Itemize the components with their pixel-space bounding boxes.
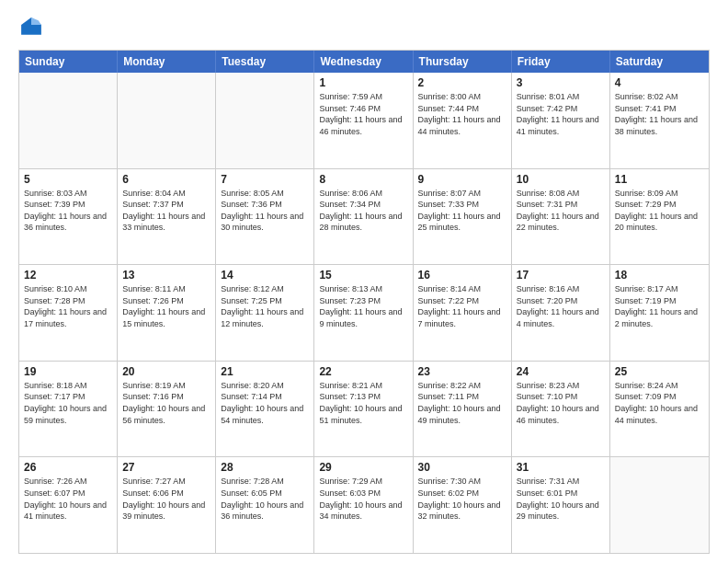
day-info: Sunrise: 8:16 AM Sunset: 7:20 PM Dayligh…: [517, 283, 605, 329]
day-info: Sunrise: 8:21 AM Sunset: 7:13 PM Dayligh…: [319, 380, 407, 426]
day-number: 8: [319, 173, 407, 186]
header-day-sunday: Sunday: [19, 51, 118, 73]
calendar-cell: 26Sunrise: 7:26 AM Sunset: 6:07 PM Dayli…: [19, 457, 118, 553]
calendar-cell: 30Sunrise: 7:30 AM Sunset: 6:02 PM Dayli…: [414, 457, 512, 553]
calendar-cell: 25Sunrise: 8:24 AM Sunset: 7:09 PM Dayli…: [610, 362, 709, 457]
day-number: 20: [122, 365, 210, 378]
header-day-monday: Monday: [118, 51, 216, 73]
calendar-body: 1Sunrise: 7:59 AM Sunset: 7:46 PM Daylig…: [19, 73, 709, 553]
day-number: 26: [24, 461, 112, 474]
calendar-cell: 27Sunrise: 7:27 AM Sunset: 6:06 PM Dayli…: [118, 457, 216, 553]
day-number: 19: [24, 365, 112, 378]
day-info: Sunrise: 8:04 AM Sunset: 7:37 PM Dayligh…: [122, 188, 210, 234]
calendar-cell: 8Sunrise: 8:06 AM Sunset: 7:34 PM Daylig…: [314, 169, 413, 265]
day-info: Sunrise: 7:29 AM Sunset: 6:03 PM Dayligh…: [319, 476, 407, 522]
day-info: Sunrise: 8:13 AM Sunset: 7:23 PM Dayligh…: [319, 283, 407, 329]
day-number: 1: [319, 76, 407, 89]
calendar-cell: 28Sunrise: 7:28 AM Sunset: 6:05 PM Dayli…: [216, 457, 314, 553]
day-info: Sunrise: 7:28 AM Sunset: 6:05 PM Dayligh…: [221, 476, 309, 522]
calendar-cell: 9Sunrise: 8:07 AM Sunset: 7:33 PM Daylig…: [414, 169, 512, 265]
calendar-row-0: 1Sunrise: 7:59 AM Sunset: 7:46 PM Daylig…: [19, 73, 709, 168]
day-number: 21: [221, 365, 309, 378]
calendar-cell: 17Sunrise: 8:16 AM Sunset: 7:20 PM Dayli…: [512, 265, 610, 361]
calendar-cell: 2Sunrise: 8:00 AM Sunset: 7:44 PM Daylig…: [414, 73, 512, 168]
day-info: Sunrise: 8:19 AM Sunset: 7:16 PM Dayligh…: [122, 380, 210, 426]
day-info: Sunrise: 8:14 AM Sunset: 7:22 PM Dayligh…: [418, 283, 506, 329]
day-number: 22: [319, 365, 407, 378]
logo: [18, 15, 48, 40]
calendar: SundayMondayTuesdayWednesdayThursdayFrid…: [18, 50, 710, 554]
day-info: Sunrise: 7:59 AM Sunset: 7:46 PM Dayligh…: [319, 91, 407, 137]
calendar-cell: 7Sunrise: 8:05 AM Sunset: 7:36 PM Daylig…: [216, 169, 314, 265]
day-number: 12: [24, 269, 112, 282]
calendar-cell: 3Sunrise: 8:01 AM Sunset: 7:42 PM Daylig…: [512, 73, 610, 168]
day-number: 11: [615, 173, 704, 186]
day-number: 13: [122, 269, 210, 282]
calendar-cell: [610, 457, 709, 553]
day-info: Sunrise: 8:08 AM Sunset: 7:31 PM Dayligh…: [517, 188, 605, 234]
day-info: Sunrise: 8:10 AM Sunset: 7:28 PM Dayligh…: [24, 283, 112, 329]
day-number: 23: [418, 365, 506, 378]
day-number: 3: [517, 76, 605, 89]
header: [18, 15, 710, 40]
calendar-row-3: 19Sunrise: 8:18 AM Sunset: 7:17 PM Dayli…: [19, 361, 709, 457]
day-number: 24: [517, 365, 605, 378]
day-info: Sunrise: 7:30 AM Sunset: 6:02 PM Dayligh…: [418, 476, 506, 522]
page: SundayMondayTuesdayWednesdayThursdayFrid…: [0, 0, 728, 563]
day-number: 7: [221, 173, 309, 186]
day-info: Sunrise: 7:27 AM Sunset: 6:06 PM Dayligh…: [122, 476, 210, 522]
day-info: Sunrise: 8:07 AM Sunset: 7:33 PM Dayligh…: [418, 188, 506, 234]
day-number: 27: [122, 461, 210, 474]
day-number: 16: [418, 269, 506, 282]
day-info: Sunrise: 8:05 AM Sunset: 7:36 PM Dayligh…: [221, 188, 309, 234]
day-info: Sunrise: 8:11 AM Sunset: 7:26 PM Dayligh…: [122, 283, 210, 329]
calendar-cell: 16Sunrise: 8:14 AM Sunset: 7:22 PM Dayli…: [414, 265, 512, 361]
calendar-row-4: 26Sunrise: 7:26 AM Sunset: 6:07 PM Dayli…: [19, 456, 709, 553]
day-info: Sunrise: 8:02 AM Sunset: 7:41 PM Dayligh…: [615, 91, 704, 137]
calendar-cell: 22Sunrise: 8:21 AM Sunset: 7:13 PM Dayli…: [314, 362, 413, 457]
day-number: 30: [418, 461, 506, 474]
calendar-cell: 19Sunrise: 8:18 AM Sunset: 7:17 PM Dayli…: [19, 362, 118, 457]
day-info: Sunrise: 8:00 AM Sunset: 7:44 PM Dayligh…: [418, 91, 506, 137]
calendar-cell: 20Sunrise: 8:19 AM Sunset: 7:16 PM Dayli…: [118, 362, 216, 457]
header-day-friday: Friday: [512, 51, 610, 73]
calendar-cell: 31Sunrise: 7:31 AM Sunset: 6:01 PM Dayli…: [512, 457, 610, 553]
day-info: Sunrise: 8:17 AM Sunset: 7:19 PM Dayligh…: [615, 283, 704, 329]
calendar-row-2: 12Sunrise: 8:10 AM Sunset: 7:28 PM Dayli…: [19, 264, 709, 361]
header-day-wednesday: Wednesday: [314, 51, 413, 73]
calendar-cell: 4Sunrise: 8:02 AM Sunset: 7:41 PM Daylig…: [610, 73, 709, 168]
day-number: 17: [517, 269, 605, 282]
day-info: Sunrise: 8:06 AM Sunset: 7:34 PM Dayligh…: [319, 188, 407, 234]
logo-icon: [18, 15, 44, 40]
calendar-cell: 14Sunrise: 8:12 AM Sunset: 7:25 PM Dayli…: [216, 265, 314, 361]
day-number: 6: [122, 173, 210, 186]
day-info: Sunrise: 8:22 AM Sunset: 7:11 PM Dayligh…: [418, 380, 506, 426]
calendar-cell: 13Sunrise: 8:11 AM Sunset: 7:26 PM Dayli…: [118, 265, 216, 361]
day-info: Sunrise: 8:18 AM Sunset: 7:17 PM Dayligh…: [24, 380, 112, 426]
calendar-cell: [118, 73, 216, 168]
calendar-cell: [19, 73, 118, 168]
calendar-cell: 6Sunrise: 8:04 AM Sunset: 7:37 PM Daylig…: [118, 169, 216, 265]
calendar-header: SundayMondayTuesdayWednesdayThursdayFrid…: [19, 51, 709, 73]
day-number: 5: [24, 173, 112, 186]
calendar-cell: 5Sunrise: 8:03 AM Sunset: 7:39 PM Daylig…: [19, 169, 118, 265]
calendar-cell: 15Sunrise: 8:13 AM Sunset: 7:23 PM Dayli…: [314, 265, 413, 361]
day-number: 4: [615, 76, 704, 89]
day-info: Sunrise: 8:09 AM Sunset: 7:29 PM Dayligh…: [615, 188, 704, 234]
header-day-saturday: Saturday: [610, 51, 709, 73]
calendar-cell: 29Sunrise: 7:29 AM Sunset: 6:03 PM Dayli…: [314, 457, 413, 553]
day-number: 10: [517, 173, 605, 186]
day-number: 29: [319, 461, 407, 474]
calendar-cell: 21Sunrise: 8:20 AM Sunset: 7:14 PM Dayli…: [216, 362, 314, 457]
day-number: 9: [418, 173, 506, 186]
day-info: Sunrise: 8:20 AM Sunset: 7:14 PM Dayligh…: [221, 380, 309, 426]
calendar-cell: 12Sunrise: 8:10 AM Sunset: 7:28 PM Dayli…: [19, 265, 118, 361]
day-info: Sunrise: 8:24 AM Sunset: 7:09 PM Dayligh…: [615, 380, 704, 426]
day-number: 18: [615, 269, 704, 282]
day-info: Sunrise: 8:23 AM Sunset: 7:10 PM Dayligh…: [517, 380, 605, 426]
calendar-cell: 1Sunrise: 7:59 AM Sunset: 7:46 PM Daylig…: [314, 73, 413, 168]
day-number: 2: [418, 76, 506, 89]
day-info: Sunrise: 8:12 AM Sunset: 7:25 PM Dayligh…: [221, 283, 309, 329]
day-info: Sunrise: 8:03 AM Sunset: 7:39 PM Dayligh…: [24, 188, 112, 234]
day-number: 31: [517, 461, 605, 474]
